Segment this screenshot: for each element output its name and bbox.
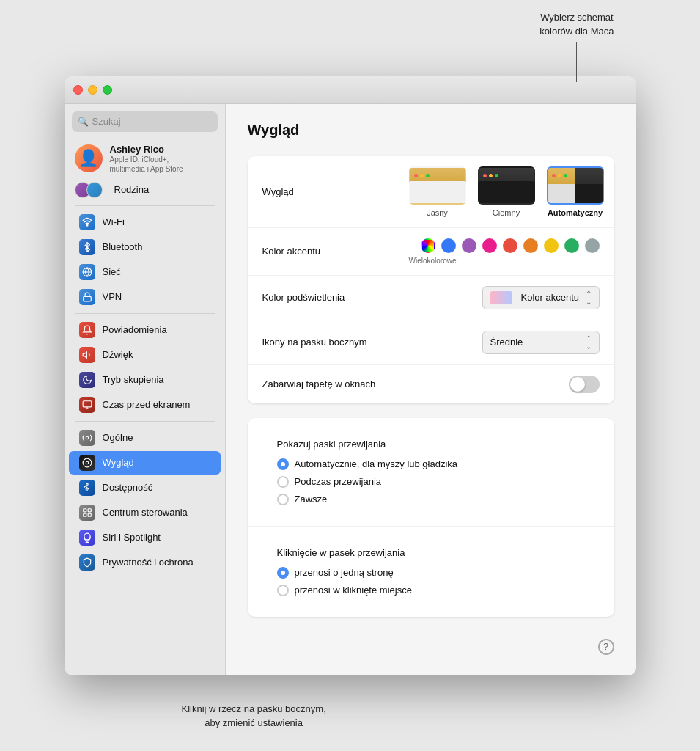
accent-color-row: Kolor akcentu [248, 228, 614, 276]
maximize-button[interactable] [103, 85, 112, 95]
highlight-color-dropdown[interactable]: Kolor akcentu ⌃⌄ [482, 286, 600, 309]
sidebar-item-screentime[interactable]: Czas przed ekranem [69, 393, 221, 417]
sidebar-item-network[interactable]: Sieć [69, 260, 221, 284]
scrollbar-click-option-page[interactable]: przenosi o jedną stronę [277, 567, 585, 579]
highlight-preview [490, 291, 512, 304]
sidebar-item-privacy[interactable]: Prywatność i ochrona [69, 551, 221, 574]
scrollbar-click-radio-page[interactable] [277, 567, 289, 579]
thumb-titlebar-auto-right [575, 168, 603, 184]
sidebar-item-label-notifications: Powiadomienia [103, 324, 167, 335]
sidebar-divider-2 [75, 313, 215, 314]
sidebar-item-siri[interactable]: Siri i Spotlight [69, 526, 221, 549]
sidebar-item-wifi[interactable]: Wi-Fi [69, 210, 221, 234]
accent-color-sublabel: Wielokolorowe [409, 257, 457, 265]
sidebar-item-notifications[interactable]: Powiadomienia [69, 318, 221, 342]
sidebar-item-controlcenter[interactable]: Centrum sterowania [69, 501, 221, 524]
svg-rect-12 [83, 508, 86, 511]
appearance-option-light[interactable]: Jasny [409, 166, 466, 217]
scrollbar-click-option-spot[interactable]: przenosi w kliknięte miejsce [277, 585, 585, 596]
family-label: Rodzina [114, 184, 150, 195]
scrollbars-label-always: Zawsze [295, 494, 328, 505]
scrollbar-click-label-page: przenosi o jedną stronę [295, 567, 394, 578]
appearance-option-auto[interactable]: Automatyczny [547, 166, 604, 217]
sound-icon [79, 347, 95, 363]
swatch-blue[interactable] [441, 238, 456, 253]
sidebar-icons-row: Ikony na pasku bocznym Średnie ⌃⌄ [248, 320, 614, 365]
sidebar-item-focus[interactable]: Tryb skupienia [69, 368, 221, 392]
swatch-red[interactable] [503, 238, 517, 253]
scrollbars-radio-always[interactable] [277, 494, 289, 505]
svg-rect-13 [88, 508, 91, 511]
scrollbar-click-section: Kliknięcie w pasek przewijania przenosi … [248, 527, 614, 617]
accessibility-icon [79, 480, 95, 496]
appearance-label-dark: Ciemny [493, 208, 520, 217]
svg-point-11 [86, 483, 87, 485]
sidebar: 🔍 Szukaj 👤 Ashley Rico Apple ID, iCloud+… [65, 104, 226, 675]
accent-color-control: Wielokolorowe [409, 238, 600, 265]
search-placeholder: Szukaj [92, 116, 121, 127]
sidebar-icons-dropdown[interactable]: Średnie ⌃⌄ [482, 331, 600, 354]
scrollbar-click-radio-spot[interactable] [277, 585, 289, 596]
swatch-purple[interactable] [462, 238, 476, 253]
scrollbar-click-label: Kliknięcie w pasek przewijania [277, 547, 585, 558]
svg-point-10 [86, 461, 89, 464]
sidebar-icons-label: Ikony na pasku bocznym [262, 337, 409, 348]
wallpaper-tint-toggle[interactable] [569, 376, 600, 393]
help-button[interactable]: ? [598, 639, 614, 655]
swatch-green[interactable] [564, 238, 579, 253]
outer-wrapper: Wybierz schemat kolorów dla Maca 🔍 Szuka… [65, 76, 636, 675]
swatch-pink[interactable] [482, 238, 497, 253]
scrollbars-radio-scrolling[interactable] [277, 476, 289, 488]
appearance-label-light: Jasny [427, 208, 448, 217]
wallpaper-tint-label: Zabarwiaj tapetę w oknach [262, 378, 409, 389]
sidebar-item-family[interactable]: Rodzina [65, 178, 225, 202]
appearance-thumb-light [409, 166, 466, 205]
chevron-updown-icon-2: ⌃⌄ [586, 334, 592, 351]
highlight-color-value: Kolor akcentu [521, 292, 580, 303]
sidebar-item-accessibility[interactable]: Dostępność [69, 476, 221, 499]
settings-window: 🔍 Szukaj 👤 Ashley Rico Apple ID, iCloud+… [65, 76, 636, 675]
radio-dot-auto [281, 462, 285, 466]
scrollbars-radio-group: Pokazuj paski przewijania Automatycznie,… [262, 428, 600, 516]
swatch-graphite[interactable] [585, 238, 600, 253]
appearance-option-dark[interactable]: Ciemny [478, 166, 535, 217]
scrollbars-option-always[interactable]: Zawsze [277, 494, 585, 505]
swatch-orange[interactable] [523, 238, 538, 253]
sidebar-item-general[interactable]: Ogólne [69, 426, 221, 450]
scrollbars-section: Pokazuj paski przewijania Automatycznie,… [248, 418, 614, 617]
scrollbars-option-scrolling[interactable]: Podczas przewijania [277, 476, 585, 488]
sidebar-icons-control: Średnie ⌃⌄ [409, 331, 600, 354]
sidebar-item-bluetooth[interactable]: Bluetooth [69, 235, 221, 259]
scrollbars-radio-auto[interactable] [277, 458, 289, 470]
sidebar-icons-value: Średnie [490, 337, 523, 348]
search-bar[interactable]: 🔍 Szukaj [72, 111, 218, 132]
network-icon [79, 264, 95, 280]
privacy-icon [79, 554, 95, 571]
toggle-knob [570, 377, 585, 392]
sidebar-item-profile[interactable]: 👤 Ashley Rico Apple ID, iCloud+, multime… [65, 139, 225, 178]
svg-rect-14 [88, 513, 91, 516]
swatch-yellow[interactable] [544, 238, 559, 253]
chevron-updown-icon: ⌃⌄ [586, 290, 592, 306]
main-panel: Wygląd Wygląd [226, 104, 636, 675]
controlcenter-icon [79, 505, 95, 521]
minimize-button[interactable] [88, 85, 97, 95]
appearance-section: Wygląd [248, 156, 614, 403]
appearance-options: Jasny [409, 166, 604, 217]
search-icon: 🔍 [78, 117, 89, 127]
sidebar-item-sound[interactable]: Dźwięk [69, 343, 221, 367]
annotation-bottom: Kliknij w rzecz na pasku bocznym, aby zm… [182, 666, 326, 730]
avatar: 👤 [75, 144, 103, 172]
close-button[interactable] [73, 85, 83, 95]
sidebar-item-label-wifi: Wi-Fi [103, 216, 125, 227]
sidebar-divider [75, 205, 215, 206]
focus-icon [79, 372, 95, 388]
wifi-icon [79, 214, 95, 230]
sidebar-item-label-screentime: Czas przed ekranem [103, 399, 191, 410]
sidebar-item-vpn[interactable]: VPN [69, 285, 221, 309]
appearance-label-auto: Automatyczny [548, 208, 603, 217]
sidebar-item-appearance[interactable]: Wygląd [69, 451, 221, 475]
scrollbars-option-auto[interactable]: Automatycznie, dla myszy lub gładzika [277, 458, 585, 470]
swatch-multicolor[interactable] [421, 238, 435, 253]
sidebar-item-label-vpn: VPN [103, 291, 122, 302]
